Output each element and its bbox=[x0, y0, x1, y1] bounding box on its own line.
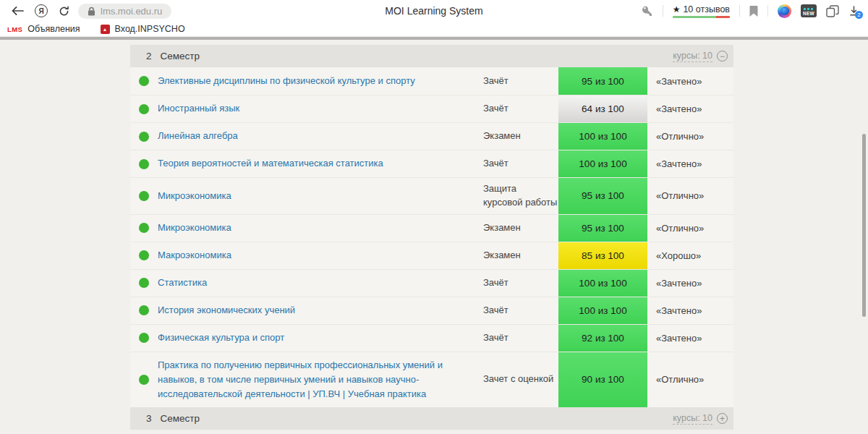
exam-type: Зачёт bbox=[483, 297, 558, 324]
score-badge: 92 из 100 bbox=[558, 325, 647, 352]
course-cell: Элективные дисциплины по физической куль… bbox=[158, 67, 483, 95]
course-cell: История экономических учений bbox=[158, 297, 483, 324]
exam-type: Зачёт bbox=[483, 325, 558, 352]
course-link[interactable]: Микроэкономика bbox=[158, 221, 231, 235]
course-link[interactable]: Макроэкономика bbox=[158, 248, 231, 263]
score-badge: 95 из 100 bbox=[558, 215, 647, 242]
score-badge: 90 из 100 bbox=[558, 352, 647, 407]
status-cell bbox=[130, 215, 158, 242]
status-cell bbox=[130, 325, 158, 352]
course-link[interactable]: Элективные дисциплины по физической куль… bbox=[158, 74, 415, 88]
password-manager-icon[interactable] bbox=[641, 5, 653, 17]
status-cell bbox=[130, 297, 158, 324]
course-link[interactable]: Физическая культура и спорт bbox=[158, 331, 284, 345]
status-dot-icon bbox=[139, 250, 149, 260]
course-link[interactable]: История экономических учений bbox=[158, 303, 295, 318]
divider bbox=[739, 5, 740, 17]
download-count-badge: 2 bbox=[855, 11, 863, 19]
scrollbar-thumb[interactable] bbox=[862, 134, 866, 317]
grade-text: «Зачтено» bbox=[647, 95, 733, 122]
exam-type: Экзамен bbox=[483, 242, 558, 269]
collapse-icon[interactable]: − bbox=[717, 51, 728, 61]
table-row: Физическая культура и спорт Зачёт 92 из … bbox=[130, 324, 733, 352]
collections-tabs-icon[interactable] bbox=[826, 5, 839, 17]
score-badge: 85 из 100 bbox=[558, 242, 647, 269]
course-link[interactable]: Микроэкономика bbox=[158, 189, 231, 203]
course-link[interactable]: Иностранный язык bbox=[158, 101, 239, 116]
table-row: Линейная алгебра Экзамен 100 из 100 «Отл… bbox=[130, 122, 733, 150]
course-cell: Макроэкономика bbox=[158, 242, 483, 269]
yandex-icon[interactable]: Я bbox=[35, 4, 48, 17]
exam-type: Экзамен bbox=[483, 215, 558, 242]
bookmark-icon[interactable] bbox=[749, 6, 758, 17]
course-cell: Линейная алгебра bbox=[158, 123, 483, 150]
downloads-button[interactable]: 2 bbox=[848, 5, 859, 17]
grade-text: «Зачтено» bbox=[647, 325, 733, 352]
status-dot-icon bbox=[139, 278, 149, 288]
status-cell bbox=[130, 242, 158, 269]
score-badge: 95 из 100 bbox=[558, 67, 647, 95]
table-row: Практика по получению первичных професси… bbox=[130, 352, 733, 407]
status-cell bbox=[130, 178, 158, 214]
star-icon: ★ bbox=[673, 4, 681, 14]
semester-number: 2 bbox=[146, 51, 152, 61]
grade-text: «Отлично» bbox=[647, 178, 733, 214]
new-badge: NEW bbox=[803, 12, 814, 17]
course-cell: Физическая культура и спорт bbox=[158, 325, 483, 352]
divider bbox=[767, 5, 768, 17]
table-row: Элективные дисциплины по физической куль… bbox=[130, 67, 733, 95]
page-content: 2 Семестр курсы: 10 − Элективные дисципл… bbox=[0, 40, 868, 434]
lms-favicon: LMS bbox=[7, 25, 22, 33]
expand-icon[interactable]: + bbox=[717, 413, 728, 424]
grade-text: «Зачтено» bbox=[647, 150, 733, 177]
course-link[interactable]: Линейная алгебра bbox=[158, 129, 238, 143]
table-row: Микроэкономика Экзамен 95 из 100 «Отличн… bbox=[130, 214, 733, 242]
status-cell bbox=[130, 67, 158, 95]
grade-text: «Зачтено» bbox=[647, 67, 733, 95]
extension-sphere-icon[interactable] bbox=[778, 4, 791, 18]
status-cell bbox=[130, 123, 158, 150]
status-dot-icon bbox=[139, 191, 149, 201]
browser-toolbar: MOI Learning System Я lms.moi.edu.ru ★ 1… bbox=[0, 0, 868, 22]
bookmark-announcements[interactable]: LMS Объявления bbox=[7, 24, 80, 34]
table-row: Микроэкономика Защита курсовой работы 95… bbox=[130, 177, 733, 214]
status-cell bbox=[130, 352, 158, 407]
status-cell bbox=[130, 270, 158, 297]
video-extension-new-icon[interactable]: NEW bbox=[801, 4, 817, 17]
course-cell: Статистика bbox=[158, 270, 483, 297]
status-dot-icon bbox=[139, 375, 149, 385]
bookmark-label: Объявления bbox=[27, 24, 80, 34]
bookmarks-bar: LMS Объявления ▲ Вход.INPSYCHO bbox=[0, 22, 868, 37]
status-dot-icon bbox=[139, 223, 149, 233]
address-bar[interactable]: lms.moi.edu.ru bbox=[78, 4, 171, 19]
divider bbox=[663, 5, 663, 17]
table-row: Макроэкономика Экзамен 85 из 100 «Хорошо… bbox=[130, 242, 733, 269]
semester-label: Семестр bbox=[161, 413, 200, 424]
score-badge: 100 из 100 bbox=[558, 150, 647, 177]
status-dot-icon bbox=[139, 159, 149, 169]
reviews-rating[interactable]: ★ 10 отзывов bbox=[673, 4, 730, 18]
url-text: lms.moi.edu.ru bbox=[101, 6, 162, 17]
score-badge: 100 из 100 bbox=[558, 123, 647, 150]
score-badge: 95 из 100 bbox=[558, 178, 647, 214]
status-cell bbox=[130, 95, 158, 122]
lock-icon bbox=[88, 7, 95, 16]
exam-type: Зачёт bbox=[483, 270, 558, 297]
courses-count-link[interactable]: курсы: 10 bbox=[673, 413, 712, 425]
table-row: Иностранный язык Зачёт 64 из 100 «Зачтен… bbox=[130, 95, 733, 122]
status-dot-icon bbox=[139, 104, 149, 114]
refresh-button[interactable] bbox=[59, 6, 69, 17]
courses-count-link[interactable]: курсы: 10 bbox=[673, 51, 712, 62]
course-link[interactable]: Теория вероятностей и математическая ста… bbox=[158, 156, 383, 171]
exam-type: Зачёт bbox=[483, 67, 558, 95]
course-link[interactable]: Практика по получению первичных професси… bbox=[158, 358, 470, 401]
grade-text: «Хорошо» bbox=[647, 242, 733, 269]
grade-text: «Отлично» bbox=[647, 352, 733, 407]
exam-type: Зачёт bbox=[483, 150, 558, 177]
back-button[interactable] bbox=[12, 6, 24, 16]
course-rows: Элективные дисциплины по физической куль… bbox=[130, 67, 733, 407]
status-dot-icon bbox=[139, 76, 149, 86]
bookmark-inpsycho[interactable]: ▲ Вход.INPSYCHO bbox=[101, 24, 185, 34]
exam-type: Зачет с оценкой bbox=[483, 352, 558, 407]
course-link[interactable]: Статистика bbox=[158, 276, 207, 290]
